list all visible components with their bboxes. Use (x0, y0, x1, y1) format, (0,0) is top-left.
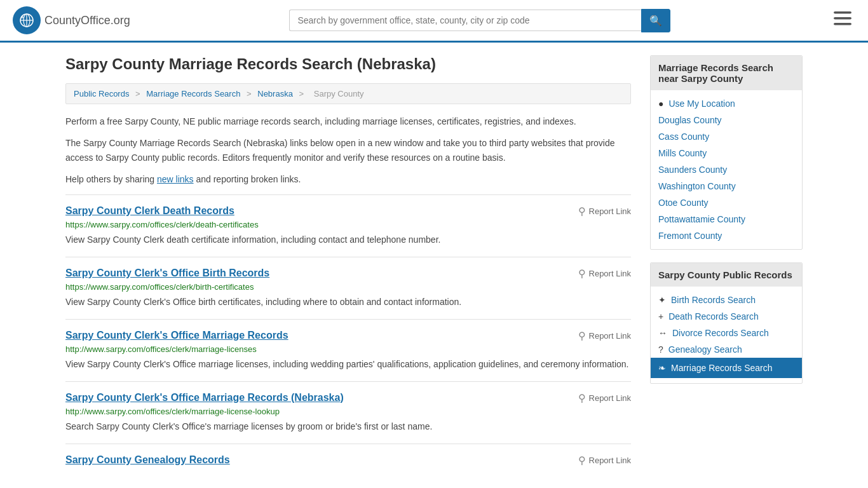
county-link-6[interactable]: Pottawattamie County (658, 214, 745, 224)
record-item-3: Sarpy County Clerk's Office Marriage Rec… (65, 381, 631, 444)
content-area: Sarpy County Marriage Records Search (Ne… (65, 55, 631, 479)
record-item-0: Sarpy County Clerk Death Records ⚲ Repor… (65, 194, 631, 257)
sidebar-county-0[interactable]: Douglas County (651, 112, 802, 128)
record-item-4: Sarpy County Genealogy Records ⚲ Report … (65, 444, 631, 479)
search-icon: 🔍 (649, 15, 662, 26)
svg-point-5 (21, 16, 24, 18)
breadcrumb-sep-1: > (135, 89, 142, 98)
record-url-0[interactable]: https://www.sarpy.com/offices/clerk/deat… (65, 220, 631, 229)
record-title-1[interactable]: Sarpy County Clerk's Office Birth Record… (65, 268, 269, 279)
records-list: Sarpy County Clerk Death Records ⚲ Repor… (65, 194, 631, 479)
breadcrumb-sep-3: > (299, 89, 306, 98)
county-link-1[interactable]: Cass County (658, 132, 709, 142)
record-desc-1: View Sarpy County Clerk's Office birth c… (65, 295, 631, 309)
report-icon-1: ⚲ (578, 268, 586, 280)
county-link-7[interactable]: Fremont County (658, 231, 722, 241)
record-title-0[interactable]: Sarpy County Clerk Death Records (65, 205, 234, 217)
record-desc-0: View Sarpy County Clerk death certificat… (65, 233, 631, 247)
use-my-location-link[interactable]: Use My Location (668, 98, 735, 109)
main-container: Sarpy County Marriage Records Search (Ne… (53, 43, 815, 488)
breadcrumb-sarpy-county: Sarpy County (314, 89, 364, 98)
pub-rec-item-1[interactable]: + Death Records Search (651, 308, 802, 325)
header: CountyOffice.org 🔍 (0, 0, 868, 43)
record-url-1[interactable]: https://www.sarpy.com/offices/clerk/birt… (65, 282, 631, 292)
description-2: The Sarpy County Marriage Records Search… (65, 136, 631, 165)
pub-rec-item-0[interactable]: ✦ Birth Records Search (651, 292, 802, 308)
pub-rec-item-2[interactable]: ↔ Divorce Records Search (651, 325, 802, 341)
nearby-counties-list: ● Use My Location Douglas County Cass Co… (651, 90, 802, 249)
record-desc-3: Search Sarpy County Clerk's Office's mar… (65, 420, 631, 433)
divorce-records-link[interactable]: Divorce Records Search (672, 328, 769, 338)
nearby-counties-section: Marriage Records Search near Sarpy Count… (650, 55, 803, 250)
record-title-3[interactable]: Sarpy County Clerk's Office Marriage Rec… (65, 392, 344, 403)
search-input[interactable] (289, 10, 641, 31)
sidebar-county-6[interactable]: Pottawattamie County (651, 211, 802, 227)
sidebar: Marriage Records Search near Sarpy Count… (650, 55, 803, 479)
page-title: Sarpy County Marriage Records Search (Ne… (65, 55, 631, 73)
marriage-records-icon: ❧ (658, 363, 666, 373)
report-link-1[interactable]: ⚲ Report Link (578, 268, 631, 280)
public-records-title: Sarpy County Public Records (651, 263, 802, 287)
county-link-5[interactable]: Otoe County (658, 198, 709, 208)
sidebar-county-3[interactable]: Saunders County (651, 161, 802, 178)
search-area: 🔍 (289, 9, 670, 32)
report-link-2[interactable]: ⚲ Report Link (578, 330, 631, 342)
svg-rect-8 (834, 23, 851, 25)
sidebar-county-5[interactable]: Otoe County (651, 194, 802, 211)
use-my-location-item[interactable]: ● Use My Location (651, 95, 802, 112)
new-links-link[interactable]: new links (157, 174, 194, 184)
logo-text: CountyOffice.org (44, 14, 130, 27)
sidebar-county-4[interactable]: Washington County (651, 178, 802, 194)
report-icon-4: ⚲ (578, 454, 586, 466)
desc-3-after: and reporting broken links. (194, 174, 301, 184)
breadcrumb-marriage-records[interactable]: Marriage Records Search (146, 89, 240, 98)
county-link-4[interactable]: Washington County (658, 181, 736, 191)
county-link-0[interactable]: Douglas County (658, 115, 722, 125)
record-url-2[interactable]: http://www.sarpy.com/offices/clerk/marri… (65, 344, 631, 354)
death-records-link[interactable]: Death Records Search (668, 311, 759, 322)
description-3: Help others by sharing new links and rep… (65, 172, 631, 186)
county-link-3[interactable]: Saunders County (658, 165, 727, 175)
description-1: Perform a free Sarpy County, NE public m… (65, 114, 631, 128)
breadcrumb-public-records[interactable]: Public Records (74, 89, 129, 98)
birth-records-link[interactable]: Birth Records Search (671, 295, 756, 305)
breadcrumb: Public Records > Marriage Records Search… (65, 83, 631, 104)
menu-icon[interactable] (830, 8, 855, 33)
desc-3-before: Help others by sharing (65, 174, 157, 184)
record-item-1: Sarpy County Clerk's Office Birth Record… (65, 257, 631, 319)
logo-icon (13, 6, 41, 34)
public-records-list: ✦ Birth Records Search + Death Records S… (651, 287, 802, 383)
record-title-2[interactable]: Sarpy County Clerk's Office Marriage Rec… (65, 330, 288, 341)
location-pin-icon: ● (658, 98, 663, 109)
sidebar-county-1[interactable]: Cass County (651, 128, 802, 145)
divorce-records-icon: ↔ (658, 328, 667, 338)
genealogy-link[interactable]: Genealogy Search (668, 344, 742, 355)
pub-rec-item-3[interactable]: ? Genealogy Search (651, 341, 802, 358)
marriage-records-link[interactable]: Marriage Records Search (671, 363, 773, 373)
sidebar-county-7[interactable]: Fremont County (651, 227, 802, 244)
sidebar-county-2[interactable]: Mills County (651, 145, 802, 161)
report-link-4[interactable]: ⚲ Report Link (578, 454, 631, 466)
death-records-icon: + (658, 311, 663, 322)
report-link-3[interactable]: ⚲ Report Link (578, 392, 631, 404)
record-item-2: Sarpy County Clerk's Office Marriage Rec… (65, 319, 631, 381)
svg-rect-7 (834, 17, 851, 20)
record-desc-2: View Sarpy County Clerk's Office marriag… (65, 358, 631, 371)
svg-rect-6 (834, 11, 851, 14)
birth-records-icon: ✦ (658, 295, 666, 305)
county-link-2[interactable]: Mills County (658, 148, 707, 158)
breadcrumb-sep-2: > (247, 89, 254, 98)
report-link-0[interactable]: ⚲ Report Link (578, 205, 631, 217)
genealogy-icon: ? (658, 344, 663, 355)
record-url-3[interactable]: http://www.sarpy.com/offices/clerk/marri… (65, 407, 631, 416)
report-icon-0: ⚲ (578, 205, 586, 217)
search-button[interactable]: 🔍 (641, 9, 670, 32)
report-icon-2: ⚲ (578, 330, 586, 342)
nearby-counties-title: Marriage Records Search near Sarpy Count… (651, 56, 802, 90)
breadcrumb-nebraska[interactable]: Nebraska (257, 89, 293, 98)
report-icon-3: ⚲ (578, 392, 586, 404)
public-records-section: Sarpy County Public Records ✦ Birth Reco… (650, 262, 803, 384)
pub-rec-item-4[interactable]: ❧ Marriage Records Search (651, 358, 802, 378)
record-title-4[interactable]: Sarpy County Genealogy Records (65, 454, 230, 466)
logo-area: CountyOffice.org (13, 6, 130, 34)
